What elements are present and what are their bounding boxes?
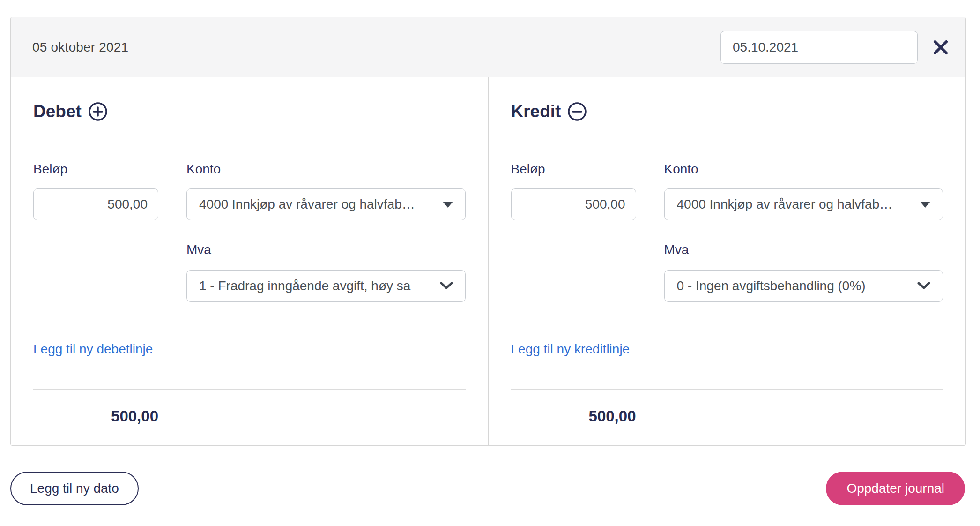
footer-actions: Legg til ny dato Oppdater journal bbox=[10, 472, 965, 505]
chevron-down-icon bbox=[440, 282, 453, 290]
credit-vat-select[interactable]: 0 - Ingen avgiftsbehandling (0%) bbox=[664, 270, 943, 302]
debit-account-value: 4000 Innkjøp av råvarer og halvfab… bbox=[199, 197, 435, 212]
debit-vat-value: 1 - Fradrag inngående avgift, høy sa bbox=[199, 278, 432, 293]
debit-title: Debet bbox=[33, 100, 82, 123]
credit-column: Kredit Beløp Konto 4000 Innkjøp bbox=[488, 77, 966, 445]
debit-vat-label: Mva bbox=[186, 242, 466, 258]
credit-amount-label: Beløp bbox=[511, 161, 636, 177]
add-debit-line-link[interactable]: Legg til ny debetlinje bbox=[33, 342, 153, 356]
credit-account-value: 4000 Innkjøp av råvarer og halvfab… bbox=[677, 197, 913, 212]
divider bbox=[33, 133, 466, 133]
debit-amount-label: Beløp bbox=[33, 161, 158, 177]
credit-title: Kredit bbox=[511, 100, 561, 123]
remove-credit-line-circle-button[interactable] bbox=[567, 102, 587, 121]
credit-vat-label: Mva bbox=[664, 242, 943, 258]
add-credit-line-link[interactable]: Legg til ny kreditlinje bbox=[511, 342, 630, 356]
divider bbox=[511, 389, 943, 390]
credit-amount-field: Beløp bbox=[511, 161, 636, 302]
divider bbox=[33, 389, 466, 390]
card-header: 05 oktober 2021 bbox=[11, 17, 965, 77]
credit-amount-input[interactable] bbox=[511, 188, 636, 220]
debit-title-row: Debet bbox=[33, 100, 466, 123]
close-button[interactable] bbox=[930, 37, 951, 58]
debit-account-field: Konto 4000 Innkjøp av råvarer og halvfab… bbox=[186, 161, 466, 302]
caret-down-icon bbox=[443, 202, 453, 208]
credit-total-row: 500,00 bbox=[511, 407, 636, 425]
close-icon bbox=[933, 39, 949, 55]
add-debit-line-circle-button[interactable] bbox=[88, 102, 108, 121]
credit-total: 500,00 bbox=[589, 407, 636, 425]
debit-fields: Beløp Konto 4000 Innkjøp av råvarer og h… bbox=[33, 161, 466, 302]
date-input[interactable] bbox=[720, 31, 918, 64]
minus-circle-icon bbox=[567, 102, 587, 121]
debit-total-row: 500,00 bbox=[33, 407, 158, 425]
debit-vat-select[interactable]: 1 - Fradrag inngående avgift, høy sa bbox=[186, 270, 466, 302]
debit-account-select[interactable]: 4000 Innkjøp av råvarer og halvfab… bbox=[186, 188, 466, 220]
update-journal-button[interactable]: Oppdater journal bbox=[826, 472, 965, 505]
debit-amount-field: Beløp bbox=[33, 161, 158, 302]
plus-circle-icon bbox=[88, 102, 108, 121]
debit-amount-input[interactable] bbox=[33, 188, 158, 220]
date-heading: 05 oktober 2021 bbox=[32, 40, 128, 55]
add-new-date-button[interactable]: Legg til ny dato bbox=[10, 472, 139, 505]
credit-account-field: Konto 4000 Innkjøp av råvarer og halvfab… bbox=[664, 161, 943, 302]
credit-title-row: Kredit bbox=[511, 100, 943, 123]
card-body: Debet Beløp Konto bbox=[11, 77, 965, 445]
credit-account-label: Konto bbox=[664, 161, 943, 177]
credit-fields: Beløp Konto 4000 Innkjøp av råvarer og h… bbox=[511, 161, 943, 302]
caret-down-icon bbox=[920, 202, 930, 208]
debit-total: 500,00 bbox=[111, 407, 158, 425]
credit-vat-value: 0 - Ingen avgiftsbehandling (0%) bbox=[677, 278, 910, 293]
debit-account-label: Konto bbox=[186, 161, 466, 177]
credit-account-select[interactable]: 4000 Innkjøp av råvarer og halvfab… bbox=[664, 188, 943, 220]
debit-column: Debet Beløp Konto bbox=[11, 77, 488, 445]
journal-date-card: 05 oktober 2021 Debet bbox=[10, 17, 966, 446]
chevron-down-icon bbox=[917, 282, 930, 290]
divider bbox=[511, 133, 943, 133]
